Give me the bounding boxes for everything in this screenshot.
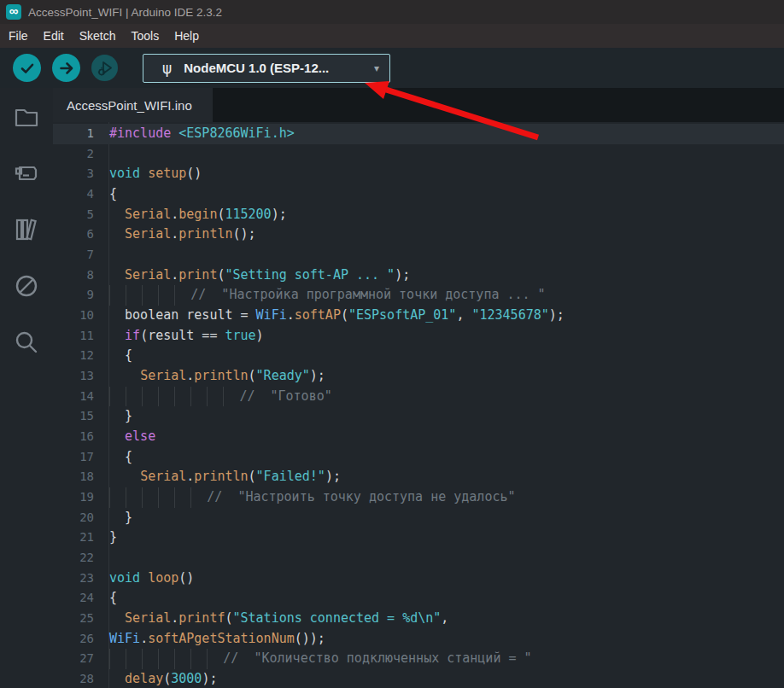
code-line[interactable]: 14// "Готово" bbox=[53, 387, 784, 407]
code-token: ( bbox=[225, 610, 232, 626]
code-token: else bbox=[125, 429, 155, 444]
search-icon bbox=[12, 328, 41, 357]
code-token bbox=[109, 328, 125, 343]
code-token: } bbox=[109, 510, 132, 525]
code-token: delay bbox=[125, 671, 163, 686]
code-token: . bbox=[171, 610, 178, 626]
code-line[interactable]: 16 else bbox=[53, 427, 784, 447]
sidebar-item-sketchbook[interactable] bbox=[0, 98, 53, 136]
code-line[interactable]: 10 boolean result = WiFi.softAP("ESPsoft… bbox=[53, 306, 784, 326]
line-number: 23 bbox=[53, 568, 94, 589]
code-line[interactable]: 9// "Настройка программной точки доступа… bbox=[53, 285, 784, 306]
code-line[interactable]: 23void loop() bbox=[53, 568, 784, 589]
debug-button[interactable] bbox=[91, 55, 118, 81]
board-selector-label: NodeMCU 1.0 (ESP-12... bbox=[184, 61, 369, 75]
code-token: ( bbox=[249, 368, 256, 383]
code-line[interactable]: 19// "Настроить точку доступа не удалось… bbox=[53, 487, 784, 508]
code-token: { bbox=[109, 347, 132, 363]
code-token: ); bbox=[549, 307, 565, 323]
line-number: 16 bbox=[53, 427, 94, 447]
code-token: WiFi bbox=[109, 631, 140, 646]
sidebar-item-debug[interactable] bbox=[0, 267, 53, 305]
tab-accesspoint-wifi-ino[interactable]: AccessPoint_WIFI.ino bbox=[53, 88, 213, 122]
window-title: AccessPoint_WIFI | Arduino IDE 2.3.2 bbox=[28, 6, 222, 19]
debug-play-icon bbox=[96, 59, 114, 78]
code-token bbox=[140, 570, 148, 586]
line-number: 10 bbox=[53, 306, 94, 326]
code-token: . bbox=[287, 307, 295, 323]
tab-strip: AccessPoint_WIFI.ino bbox=[53, 88, 784, 122]
sidebar-item-boards-manager[interactable] bbox=[0, 155, 53, 192]
code-token: . bbox=[171, 226, 178, 242]
chevron-down-icon[interactable]: ▾ bbox=[374, 62, 379, 74]
code-token: println bbox=[194, 368, 248, 383]
code-line[interactable]: 21} bbox=[53, 528, 784, 548]
code-token: ); bbox=[325, 469, 341, 484]
code-line[interactable]: 24{ bbox=[53, 588, 784, 609]
code-line[interactable]: 15 } bbox=[53, 406, 784, 427]
indent-guide bbox=[190, 487, 207, 508]
line-number: 28 bbox=[53, 669, 94, 688]
sidebar-item-search[interactable] bbox=[0, 324, 53, 361]
line-number: 11 bbox=[53, 326, 94, 347]
code-line[interactable]: 11 if(result == true) bbox=[53, 326, 784, 347]
menu-edit[interactable]: Edit bbox=[36, 29, 72, 43]
code-line[interactable]: 3void setup() bbox=[53, 164, 784, 184]
code-line[interactable]: 6 Serial.println(); bbox=[53, 224, 784, 245]
code-token: , bbox=[441, 610, 448, 626]
code-line[interactable]: 26WiFi.softAPgetStationNum()); bbox=[53, 629, 784, 650]
code-line[interactable]: 20 } bbox=[53, 508, 784, 528]
code-line[interactable]: 18 Serial.println("Failed!"); bbox=[53, 467, 784, 487]
code-token: // "Настройка программной точки доступа … bbox=[190, 287, 545, 302]
line-number: 19 bbox=[53, 487, 94, 508]
menu-file[interactable]: File bbox=[1, 29, 36, 43]
code-token bbox=[109, 429, 125, 444]
upload-button[interactable] bbox=[52, 54, 80, 82]
code-token: ) bbox=[256, 328, 264, 343]
code-token bbox=[109, 368, 140, 383]
line-number: 9 bbox=[53, 285, 94, 306]
code-line[interactable]: 8 Serial.print("Setting soft-AP ... "); bbox=[53, 265, 784, 286]
code-line[interactable]: 13 Serial.println("Ready"); bbox=[53, 366, 784, 387]
indent-guide bbox=[142, 285, 158, 306]
code-line[interactable]: 2 bbox=[53, 144, 784, 165]
line-number: 2 bbox=[53, 144, 94, 165]
code-token: Serial bbox=[125, 610, 171, 626]
code-token bbox=[109, 207, 125, 222]
menu-sketch[interactable]: Sketch bbox=[72, 29, 124, 43]
code-line[interactable]: 25 Serial.printf("Stations connected = %… bbox=[53, 609, 784, 629]
menu-help[interactable]: Help bbox=[167, 29, 207, 43]
line-number: 6 bbox=[53, 224, 94, 245]
indent-guide bbox=[174, 387, 190, 407]
code-line[interactable]: 22 bbox=[53, 548, 784, 568]
verify-button[interactable] bbox=[13, 54, 41, 82]
line-number: 1 bbox=[53, 124, 94, 144]
code-token: . bbox=[186, 368, 194, 383]
code-token: softAP bbox=[295, 307, 341, 323]
code-token: { bbox=[109, 449, 132, 464]
indent-guide bbox=[142, 487, 158, 508]
code-token bbox=[171, 125, 178, 141]
code-line[interactable]: 4{ bbox=[53, 184, 784, 205]
code-line[interactable]: 17 { bbox=[53, 447, 784, 468]
code-line[interactable]: 1#include <ESP8266WiFi.h> bbox=[53, 124, 784, 144]
indent-guide bbox=[174, 487, 190, 508]
code-line[interactable]: 7 bbox=[53, 245, 784, 265]
code-token: () bbox=[178, 570, 194, 586]
code-token: setup bbox=[148, 166, 186, 181]
arduino-logo-icon: ∞ bbox=[6, 4, 21, 20]
code-line[interactable]: 12 { bbox=[53, 346, 784, 366]
line-number: 15 bbox=[53, 406, 94, 427]
line-number: 3 bbox=[53, 164, 94, 184]
code-token: ( bbox=[163, 671, 171, 686]
board-selector[interactable]: ψ NodeMCU 1.0 (ESP-12... ▾ bbox=[143, 54, 390, 83]
code-token: boolean result = bbox=[109, 307, 256, 323]
code-line[interactable]: 5 Serial.begin(115200); bbox=[53, 205, 784, 225]
code-line[interactable]: 27// "Количество подключенных станций = … bbox=[53, 649, 784, 669]
line-number: 21 bbox=[53, 528, 94, 548]
code-editor[interactable]: 1#include <ESP8266WiFi.h>23void setup()4… bbox=[53, 122, 784, 688]
sidebar-item-library-manager[interactable] bbox=[0, 211, 53, 248]
code-line[interactable]: 28 delay(3000); bbox=[53, 669, 784, 688]
menu-tools[interactable]: Tools bbox=[124, 29, 167, 43]
indent-guide bbox=[207, 649, 223, 669]
